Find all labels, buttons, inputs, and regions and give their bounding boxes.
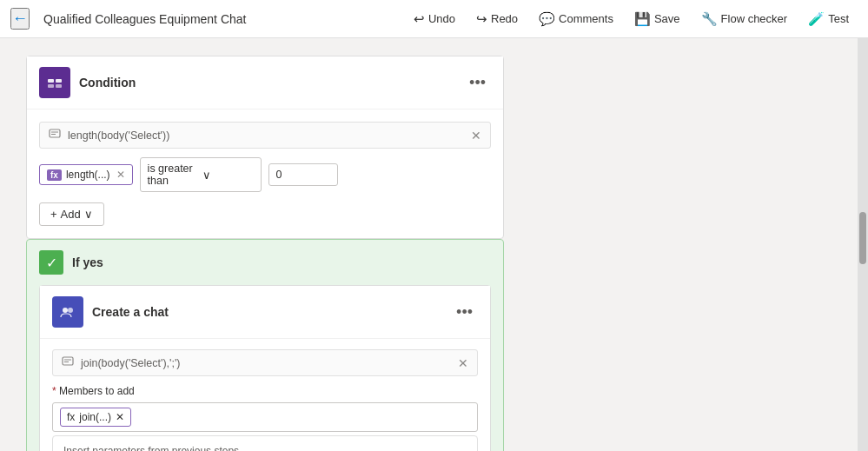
condition-card-header: Condition ••• (27, 56, 503, 109)
create-chat-menu-button[interactable]: ••• (451, 302, 478, 323)
undo-icon: ↩ (414, 11, 425, 27)
condition-builder: fx length(...) ✕ is greater than ∨ (39, 157, 491, 192)
flow-checker-button[interactable]: 🔧 Flow checker (692, 8, 797, 30)
condition-operator-label: is greater than (148, 162, 199, 187)
create-chat-expr-text: join(body('Select'),';') (81, 357, 451, 369)
condition-card-body: length(body('Select')) ✕ fx length(...) … (27, 109, 503, 238)
redo-button[interactable]: ↪ Redo (467, 8, 527, 30)
scrollbar[interactable] (858, 38, 868, 451)
add-icon: + (50, 208, 57, 221)
add-label: Add (61, 208, 81, 221)
create-chat-title: Create a chat (92, 305, 451, 319)
save-label: Save (654, 12, 680, 25)
topbar-actions: ↩ Undo ↪ Redo 💬 Comments 💾 Save 🔧 Flow c… (405, 8, 858, 30)
create-chat-expr-icon (62, 355, 74, 370)
save-button[interactable]: 💾 Save (626, 8, 689, 30)
test-button[interactable]: 🧪 Test (799, 8, 858, 30)
svg-rect-1 (56, 79, 62, 83)
condition-expr-row: length(body('Select')) ✕ (39, 122, 491, 149)
token-close-button[interactable]: ✕ (116, 169, 125, 181)
svg-rect-3 (56, 84, 62, 88)
members-field-label: Members to add (52, 385, 478, 397)
condition-card: Condition ••• length(body('Sele (26, 56, 504, 239)
add-button[interactable]: + Add ∨ (39, 202, 104, 226)
create-chat-body: join(body('Select'),';') ✕ Members to ad… (40, 339, 490, 451)
svg-point-7 (63, 308, 68, 313)
condition-menu-button[interactable]: ••• (464, 72, 491, 94)
join-token-chip: fx join(...) ✕ (60, 408, 131, 427)
insert-params-panel: Insert parameters from previous steps Se… (52, 435, 478, 451)
flow-stack: Condition ••• length(body('Sele (26, 56, 840, 451)
condition-value-input[interactable] (268, 163, 338, 186)
token-label: length(...) (66, 169, 110, 181)
condition-expr-close[interactable]: ✕ (471, 129, 481, 143)
main-content: Condition ••• length(body('Sele (0, 38, 868, 451)
create-chat-card: Create a chat ••• (39, 285, 491, 451)
undo-label: Undo (428, 12, 455, 25)
condition-icon (39, 67, 70, 98)
comments-icon: 💬 (539, 11, 555, 27)
svg-point-8 (68, 308, 73, 313)
canvas-area: Condition ••• length(body('Sele (0, 38, 858, 451)
condition-expr-text: length(body('Select')) (68, 129, 464, 142)
add-chevron-icon: ∨ (84, 208, 93, 221)
create-chat-expr-close[interactable]: ✕ (458, 356, 468, 370)
redo-icon: ↪ (476, 11, 487, 27)
svg-rect-0 (48, 79, 54, 83)
redo-label: Redo (491, 12, 518, 25)
back-button[interactable]: ← (10, 8, 30, 30)
members-input-area[interactable]: fx join(...) ✕ (52, 402, 478, 432)
flow-checker-icon: 🔧 (701, 11, 718, 27)
length-token-chip: fx length(...) ✕ (39, 164, 133, 185)
svg-rect-9 (63, 357, 73, 365)
undo-button[interactable]: ↩ Undo (405, 8, 464, 30)
if-yes-label: If yes (72, 255, 103, 269)
if-yes-check-icon: ✓ (39, 250, 63, 275)
save-icon: 💾 (634, 11, 651, 27)
condition-operator-chevron: ∨ (202, 169, 254, 182)
condition-operator-select[interactable]: is greater than ∨ (140, 157, 262, 192)
create-chat-expr-row: join(body('Select'),';') ✕ (52, 349, 478, 376)
condition-title: Condition (79, 76, 464, 90)
svg-rect-4 (50, 129, 60, 137)
join-fx-badge: fx (67, 411, 75, 423)
if-yes-section: ✓ If yes Create a chat (26, 239, 504, 451)
join-token-label: join(...) (79, 411, 111, 423)
topbar: ← Qualified Colleagues Equipment Chat ↩ … (0, 0, 868, 38)
fx-badge: fx (47, 169, 62, 181)
page-title: Qualified Colleagues Equipment Chat (43, 12, 391, 26)
back-icon: ← (12, 10, 28, 28)
svg-rect-2 (48, 84, 54, 88)
if-yes-header: ✓ If yes (27, 240, 503, 285)
flow-checker-label: Flow checker (721, 12, 788, 25)
join-token-close[interactable]: ✕ (116, 411, 124, 423)
create-chat-header: Create a chat ••• (40, 286, 490, 339)
test-icon: 🧪 (808, 11, 825, 27)
comments-label: Comments (559, 12, 613, 25)
create-chat-icon (52, 296, 83, 328)
comments-button[interactable]: 💬 Comments (530, 8, 622, 30)
expr-message-icon (49, 128, 61, 143)
insert-params-title: Insert parameters from previous steps (63, 445, 467, 451)
scrollbar-thumb[interactable] (859, 212, 866, 264)
test-label: Test (828, 12, 849, 25)
